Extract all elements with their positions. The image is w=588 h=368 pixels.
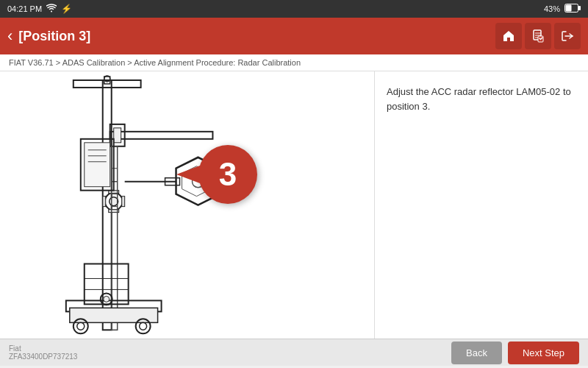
svg-point-15 — [110, 197, 118, 206]
content-row: 3 Adjust the ACC radar reflector LAM05-0… — [0, 71, 588, 339]
svg-rect-42 — [85, 143, 110, 187]
svg-rect-1 — [578, 6, 581, 10]
status-bar-left: 04:21 PM ⚡ — [7, 4, 72, 14]
status-bar-right: 43% — [544, 4, 581, 14]
diagram-area: 3 — [0, 71, 375, 339]
header: ‹ [Position 3] — [0, 18, 588, 54]
home-button[interactable] — [495, 23, 522, 49]
exit-button[interactable] — [554, 23, 581, 49]
svg-rect-19 — [122, 197, 125, 207]
svg-rect-18 — [103, 197, 106, 207]
battery-percentage: 43% — [544, 4, 560, 13]
header-icon-group — [495, 23, 581, 49]
status-bar: 04:21 PM ⚡ 43% — [0, 0, 588, 18]
info-panel: Adjust the ACC radar reflector LAM05-02 … — [375, 71, 588, 339]
time-display: 04:21 PM — [7, 4, 42, 13]
breadcrumb: FIAT V36.71 > ADAS Calibration > Active … — [0, 54, 588, 71]
back-button[interactable]: Back — [451, 342, 502, 364]
instruction-text: Adjust the ACC radar reflector LAM05-02 … — [387, 85, 576, 113]
back-arrow-icon[interactable]: ‹ — [7, 26, 12, 46]
svg-rect-2 — [566, 5, 572, 12]
header-title: [Position 3] — [18, 29, 90, 44]
calibration-diagram — [0, 71, 374, 339]
svg-rect-31 — [70, 308, 158, 322]
position-number: 3 — [219, 156, 237, 193]
device-brand: Fiat — [9, 344, 77, 353]
battery-icon — [564, 4, 581, 14]
document-button[interactable] — [525, 23, 551, 49]
svg-rect-13 — [114, 128, 121, 143]
bottom-bar: Fiat ZFA33400DP737213 Back Next Step — [0, 339, 588, 366]
svg-point-40 — [104, 296, 110, 302]
device-id: ZFA33400DP737213 — [9, 353, 77, 361]
header-left: ‹ [Position 3] — [7, 26, 90, 46]
action-buttons: Back Next Step — [451, 342, 579, 364]
next-step-button[interactable]: Next Step — [508, 342, 579, 364]
content-wrapper: 3 Adjust the ACC radar reflector LAM05-0… — [0, 71, 588, 366]
breadcrumb-text: FIAT V36.71 > ADAS Calibration > Active … — [9, 58, 301, 67]
wifi-icon — [46, 4, 57, 14]
device-info: Fiat ZFA33400DP737213 — [9, 344, 77, 361]
charge-icon: ⚡ — [61, 4, 72, 14]
svg-rect-6 — [0, 73, 374, 337]
position-badge: 3 — [198, 145, 257, 204]
